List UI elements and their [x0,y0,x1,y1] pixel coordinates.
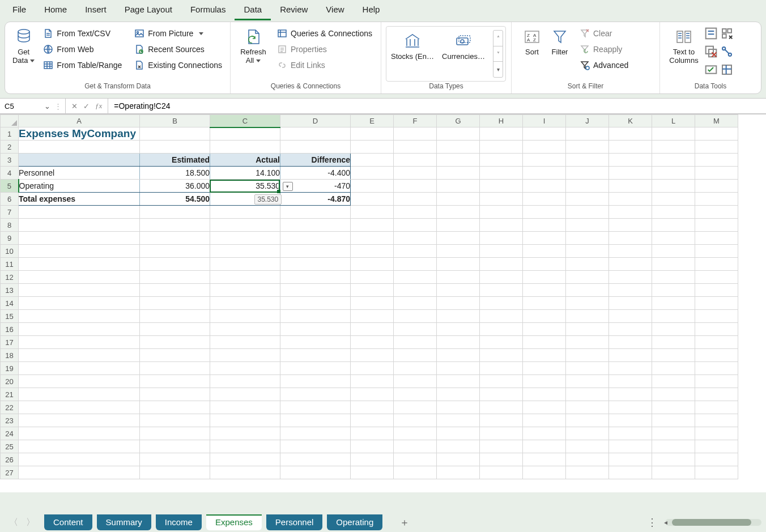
get-data-button[interactable]: GetData [10,25,37,67]
cell-L15[interactable] [652,310,695,323]
cell-I25[interactable] [523,440,566,453]
cell-M21[interactable] [695,388,738,401]
cell-J19[interactable] [566,362,609,375]
cell-E18[interactable] [351,349,394,362]
row-header-1[interactable]: 1 [1,127,19,141]
queries-connections-button[interactable]: Queries & Connections [274,27,376,40]
cell-K24[interactable] [609,427,652,440]
cell-E3[interactable] [351,154,394,167]
cell-B4[interactable]: 18.500 [140,167,210,180]
cell-L1[interactable] [652,127,695,141]
cell-L23[interactable] [652,414,695,427]
cell-M20[interactable] [695,375,738,388]
cell-G25[interactable] [437,440,480,453]
refresh-all-button[interactable]: RefreshAll [235,25,271,67]
row-header-15[interactable]: 15 [1,310,19,323]
sheet-tab-operating[interactable]: Operating [327,514,382,530]
cell-K8[interactable] [609,219,652,232]
cell-C8[interactable] [210,219,280,232]
cell-D6[interactable]: -4.870 [280,193,351,206]
cell-A2[interactable] [19,141,140,154]
cell-J15[interactable] [566,310,609,323]
cell-C22[interactable] [210,401,280,414]
name-box-input[interactable] [3,101,43,111]
cell-B13[interactable] [140,284,210,297]
cell-C10[interactable] [210,245,280,258]
cell-A19[interactable] [19,362,140,375]
cell-G2[interactable] [437,141,480,154]
cell-E9[interactable] [351,232,394,245]
cell-B19[interactable] [140,362,210,375]
cell-G3[interactable] [437,154,480,167]
cell-M14[interactable] [695,297,738,310]
cell-L6[interactable] [652,193,695,206]
cell-L2[interactable] [652,141,695,154]
cell-L27[interactable] [652,466,695,479]
cell-F24[interactable] [394,427,437,440]
row-header-23[interactable]: 23 [1,414,19,427]
cell-J7[interactable] [566,206,609,219]
row-header-11[interactable]: 11 [1,258,19,271]
cell-A27[interactable] [19,466,140,479]
cell-C16[interactable] [210,323,280,336]
cell-I19[interactable] [523,362,566,375]
row-header-5[interactable]: 5 [1,180,19,193]
cell-H14[interactable] [480,297,523,310]
cell-C7[interactable] [210,206,280,219]
cell-D12[interactable] [280,271,351,284]
sheet-tab-expenses[interactable]: Expenses [206,514,262,530]
cell-K18[interactable] [609,349,652,362]
menu-file[interactable]: File [3,1,35,20]
row-header-26[interactable]: 26 [1,453,19,466]
cell-B8[interactable] [140,219,210,232]
row-header-3[interactable]: 3 [1,154,19,167]
cell-B16[interactable] [140,323,210,336]
menu-view[interactable]: View [317,1,353,20]
cell-G7[interactable] [437,206,480,219]
cell-M22[interactable] [695,401,738,414]
cell-D21[interactable] [280,388,351,401]
cell-L7[interactable] [652,206,695,219]
col-header-H[interactable]: H [480,115,523,127]
cell-I24[interactable] [523,427,566,440]
cell-M2[interactable] [695,141,738,154]
cell-D4[interactable]: -4.400 [280,167,351,180]
cell-D11[interactable] [280,258,351,271]
cell-I9[interactable] [523,232,566,245]
cell-F21[interactable] [394,388,437,401]
cell-L11[interactable] [652,258,695,271]
cell-J13[interactable] [566,284,609,297]
cell-J20[interactable] [566,375,609,388]
cell-F2[interactable] [394,141,437,154]
cell-J10[interactable] [566,245,609,258]
cell-I15[interactable] [523,310,566,323]
cell-J26[interactable] [566,453,609,466]
menu-help[interactable]: Help [354,1,389,20]
col-header-A[interactable]: A [19,115,140,127]
cell-F5[interactable] [394,180,437,193]
text-to-columns-button[interactable]: Text toColumns [665,25,703,67]
formula-input[interactable] [108,101,766,110]
cell-M11[interactable] [695,258,738,271]
cell-F13[interactable] [394,284,437,297]
from-table-range-button[interactable]: From Table/Range [40,58,125,72]
cell-L8[interactable] [652,219,695,232]
cell-A16[interactable] [19,323,140,336]
cell-A9[interactable] [19,232,140,245]
cell-H11[interactable] [480,258,523,271]
cell-G14[interactable] [437,297,480,310]
remove-duplicates-icon[interactable] [704,45,718,61]
cell-M8[interactable] [695,219,738,232]
cell-F20[interactable] [394,375,437,388]
row-header-20[interactable]: 20 [1,375,19,388]
cell-K5[interactable] [609,180,652,193]
cell-L22[interactable] [652,401,695,414]
cell-C14[interactable] [210,297,280,310]
cell-C13[interactable] [210,284,280,297]
cell-F11[interactable] [394,258,437,271]
cell-B15[interactable] [140,310,210,323]
sheet-nav-next-icon[interactable]: 〉 [26,517,35,529]
col-header-C[interactable]: C [210,115,280,127]
cell-H22[interactable] [480,401,523,414]
col-header-J[interactable]: J [566,115,609,127]
